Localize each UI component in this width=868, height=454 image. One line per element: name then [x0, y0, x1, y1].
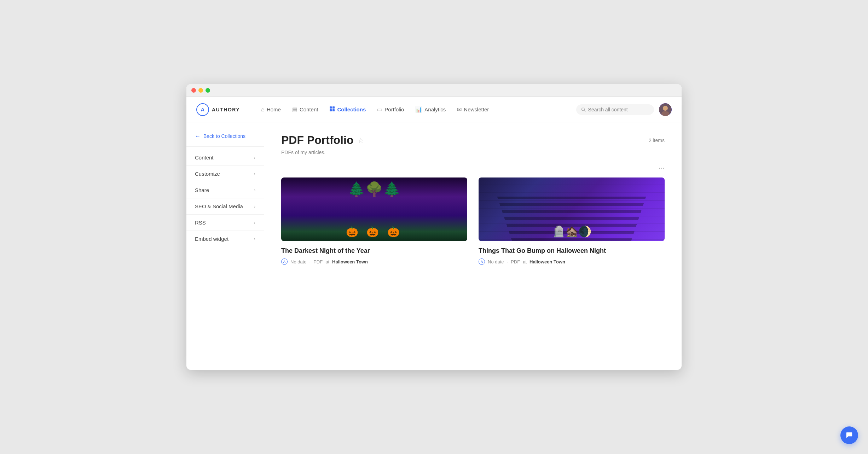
sidebar-item-seo[interactable]: SEO & Social Media › [186, 198, 264, 215]
card-1-image: 🌲🌳🌲 🎃 🎃 🎃 [281, 177, 467, 241]
minimize-button[interactable] [198, 88, 203, 93]
svg-rect-2 [330, 109, 332, 111]
card-1-publication: Halloween Town [332, 259, 368, 264]
page-subtitle: PDFs of my articles. [281, 150, 665, 155]
cards-grid: 🌲🌳🌲 🎃 🎃 🎃 The Darkest Night of the Year … [281, 177, 665, 265]
meta-at-2: at [523, 259, 527, 264]
nav-content-label: Content [300, 106, 318, 112]
svg-rect-0 [330, 106, 332, 109]
app-body: ← Back to Collections Content › Customiz… [186, 122, 682, 370]
meta-dot-1: · [309, 259, 311, 264]
page-title: PDF Portfolio [281, 134, 353, 147]
sidebar-item-share[interactable]: Share › [186, 182, 264, 198]
card-1[interactable]: 🌲🌳🌲 🎃 🎃 🎃 The Darkest Night of the Year … [281, 177, 467, 265]
logo-icon: A [196, 103, 209, 116]
card-1-date: No date [290, 259, 307, 264]
card-1-type: PDF [313, 259, 323, 264]
nav-content[interactable]: ▤ Content [292, 106, 318, 113]
titlebar [186, 84, 682, 97]
card-2-bg: 🪦🏚️🌒 [479, 177, 665, 241]
nav-newsletter-label: Newsletter [464, 106, 489, 112]
card-1-meta: A No date · PDF at Halloween Town [281, 258, 467, 265]
meta-at-1: at [325, 259, 329, 264]
item-count: 2 items [649, 138, 665, 143]
nav-portfolio-label: Portfolio [384, 106, 404, 112]
nav-newsletter[interactable]: ✉ Newsletter [457, 106, 489, 113]
portfolio-icon: ▭ [377, 106, 382, 113]
sidebar-item-customize[interactable]: Customize › [186, 166, 264, 182]
back-arrow-icon: ← [195, 133, 201, 139]
card-2-title: Things That Go Bump on Halloween Night [479, 247, 665, 255]
meta-dot-2: · [507, 259, 508, 264]
card-1-pumpkins: 🎃 🎃 🎃 [281, 226, 467, 238]
main-nav: ⌂ Home ▤ Content Collections [261, 106, 576, 113]
chevron-down-icon: › [254, 220, 255, 225]
header: A AUTHORY ⌂ Home ▤ Content [186, 97, 682, 122]
sidebar-embed-label: Embed widget [195, 236, 228, 242]
chevron-down-icon: › [254, 188, 255, 193]
sidebar-customize-label: Customize [195, 171, 220, 177]
nav-analytics[interactable]: 📊 Analytics [415, 106, 446, 113]
sidebar-item-content[interactable]: Content › [186, 150, 264, 166]
app-window: A AUTHORY ⌂ Home ▤ Content [186, 84, 682, 370]
logo-text: AUTHORY [212, 107, 240, 112]
svg-line-5 [584, 110, 585, 111]
nav-home[interactable]: ⌂ Home [261, 106, 281, 113]
nav-home-label: Home [267, 106, 281, 112]
home-icon: ⌂ [261, 106, 265, 113]
newsletter-icon: ✉ [457, 106, 462, 113]
card-1-title: The Darkest Night of the Year [281, 247, 467, 255]
main-content: PDF Portfolio ☆ 2 items PDFs of my artic… [264, 122, 682, 370]
card-2[interactable]: 🪦🏚️🌒 Things That Go Bump on Halloween Ni… [479, 177, 665, 265]
svg-rect-3 [332, 109, 335, 111]
chevron-down-icon: › [254, 204, 255, 209]
close-button[interactable] [191, 88, 196, 93]
card-2-publication: Halloween Town [530, 259, 565, 264]
nav-portfolio[interactable]: ▭ Portfolio [377, 106, 404, 113]
authory-icon-2: A [479, 258, 485, 265]
sidebar-content-label: Content [195, 155, 214, 161]
card-1-bg-trees: 🌲🌳🌲 [281, 181, 467, 198]
chevron-down-icon: › [254, 237, 255, 241]
search-input[interactable] [588, 107, 649, 112]
search-bar[interactable] [576, 104, 654, 115]
sidebar: ← Back to Collections Content › Customiz… [186, 122, 264, 370]
sidebar-share-label: Share [195, 187, 209, 193]
card-2-image: 🪦🏚️🌒 [479, 177, 665, 241]
sidebar-item-embed[interactable]: Embed widget › [186, 231, 264, 247]
search-icon [581, 107, 586, 112]
content-icon: ▤ [292, 106, 297, 113]
authory-icon-1: A [281, 258, 288, 265]
svg-rect-1 [332, 106, 335, 109]
sidebar-item-rss[interactable]: RSS › [186, 215, 264, 231]
card-2-type: PDF [511, 259, 520, 264]
sidebar-divider [186, 146, 264, 147]
more-options-button[interactable]: ··· [281, 164, 665, 172]
page-header: PDF Portfolio ☆ 2 items [281, 134, 665, 147]
chevron-down-icon: › [254, 171, 255, 176]
back-link-label: Back to Collections [203, 133, 245, 139]
avatar [659, 103, 672, 116]
card-2-date: No date [488, 259, 504, 264]
nav-collections-label: Collections [337, 106, 366, 112]
chevron-down-icon: › [254, 155, 255, 160]
analytics-icon: 📊 [415, 106, 422, 113]
collections-icon [329, 106, 335, 113]
logo[interactable]: A AUTHORY [196, 103, 240, 116]
nav-collections[interactable]: Collections [329, 106, 366, 113]
header-right [576, 103, 672, 116]
sidebar-seo-label: SEO & Social Media [195, 203, 243, 209]
card-2-meta: A No date · PDF at Halloween Town [479, 258, 665, 265]
back-to-collections[interactable]: ← Back to Collections [186, 129, 264, 146]
svg-point-7 [663, 106, 668, 111]
maximize-button[interactable] [206, 88, 210, 93]
sidebar-rss-label: RSS [195, 220, 206, 226]
favorite-icon[interactable]: ☆ [358, 136, 364, 145]
chat-button[interactable] [840, 426, 858, 444]
nav-analytics-label: Analytics [424, 106, 446, 112]
